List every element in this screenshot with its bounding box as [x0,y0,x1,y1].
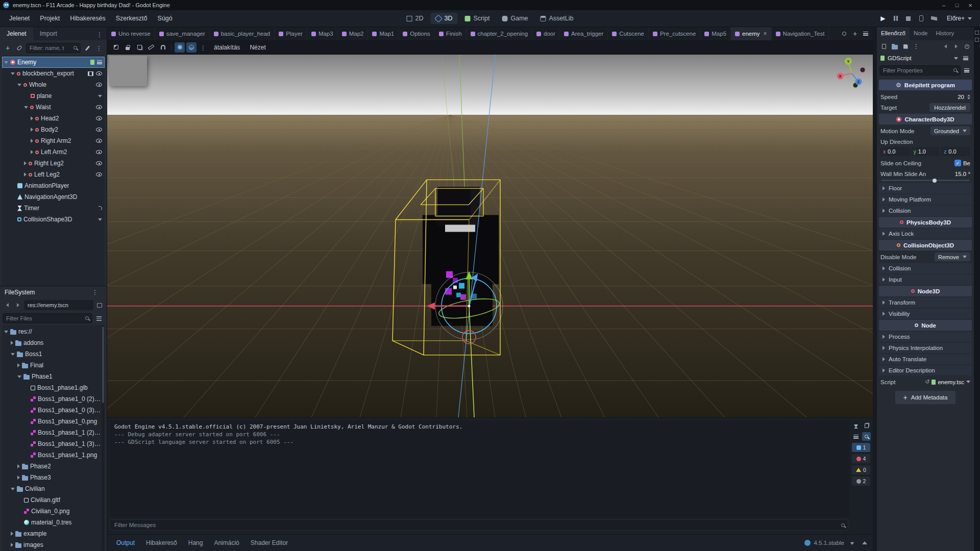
filesystem-item[interactable]: Final [2,360,105,371]
scene-tab[interactable]: door [532,27,560,40]
history-list-button[interactable] [962,42,971,51]
instance-scene-button[interactable] [14,43,24,53]
caret-icon[interactable] [98,95,102,97]
chevron-right-icon[interactable] [31,128,33,132]
expand-panel-button[interactable] [860,539,869,547]
film-icon[interactable] [88,71,93,76]
menu-item[interactable]: Hibakeresés [65,12,110,25]
save-resource-button[interactable] [901,42,910,51]
revert-icon[interactable] [925,379,929,385]
scene-tree-item[interactable]: Head2 [2,113,105,124]
menu-item[interactable]: Szerkesztő [111,12,153,25]
filesystem-item[interactable]: Boss1_phase1_1 (2).png [2,427,105,438]
section-visibility[interactable]: Visibility [879,309,972,319]
transform-menu[interactable]: átalakítás [210,42,244,53]
scene-tree-item[interactable]: plane [2,90,105,102]
scene-tree-item[interactable]: Whole [2,79,105,90]
filesystem-item[interactable]: Civilian [2,483,105,494]
filesystem-item[interactable]: Boss1_phase1_0 (2).png [2,393,105,405]
collapse-duplicates-button[interactable] [851,432,860,441]
filesystem-item[interactable]: Phase2 [2,461,105,472]
assign-button[interactable]: Hozzárendel [929,103,970,112]
movie-mode-button[interactable] [930,14,938,22]
eye-icon[interactable] [96,71,102,76]
dock-layout-toggle-icon[interactable] [975,38,979,42]
property-options-button[interactable] [962,66,971,75]
close-tab-icon[interactable] [764,30,767,37]
fs-filter-input[interactable] [3,313,92,323]
chevron-right-icon[interactable] [31,116,33,120]
dock-layout-toggle-icon[interactable] [975,31,979,35]
scene-tab[interactable]: Map2 [338,27,369,40]
workspace-assetlib[interactable]: AssetLib [535,13,579,24]
vector-y-field[interactable]: y 1.0 [911,147,940,156]
scene-tab[interactable]: basic_player_head [210,27,275,40]
scrollbar[interactable] [102,325,105,551]
wall-min-slide-slider[interactable] [881,180,970,181]
scroll-to-end-button[interactable] [851,421,860,430]
fs-back-button[interactable] [3,300,12,310]
view-menu[interactable]: Nézet [246,42,270,53]
section-process[interactable]: Process [879,332,972,342]
new-scene-button[interactable] [850,29,860,38]
filesystem-item[interactable]: Boss1 [2,348,105,360]
eye-icon[interactable] [96,150,102,154]
tab-shader-editor[interactable]: Shader Editor [246,536,293,550]
chevron-right-icon[interactable] [17,475,20,480]
filesystem-item[interactable]: Boss1_phase1.glb [2,382,105,393]
message-count-toggle[interactable]: 1 [852,443,870,452]
expand-tabs-button[interactable] [840,29,849,38]
menu-item[interactable]: Projekt [35,12,65,25]
load-resource-button[interactable] [890,42,899,51]
environment-toggle-button[interactable] [186,42,197,53]
eye-icon[interactable] [96,128,102,132]
eye-icon[interactable] [96,139,102,143]
vector-z-field[interactable]: z 0.0 [941,147,970,156]
scene-tree-item[interactable]: Right Leg2 [2,158,105,169]
chevron-right-icon[interactable] [11,341,13,345]
tab-output[interactable]: Output [111,536,140,550]
scene-tree-item[interactable]: CollisionShape3D [2,214,105,225]
scene-tab[interactable]: Map3 [307,27,338,40]
filesystem-item[interactable]: addons [2,337,105,348]
workspace-game[interactable]: Game [497,13,533,24]
chevron-right-icon[interactable] [31,150,33,154]
section-floor[interactable]: Floor [879,183,972,193]
fs-forward-button[interactable] [13,300,22,310]
chevron-right-icon[interactable] [24,172,27,177]
scene-tree-item[interactable]: Body2 [2,124,105,135]
scene-tree-item[interactable]: Waist [2,102,105,113]
fs-split-mode-button[interactable] [95,300,104,310]
chevron-down-icon[interactable] [17,84,21,86]
chevron-right-icon[interactable] [17,464,20,468]
resource-extra-button[interactable] [912,42,921,51]
wall-min-slide-value[interactable]: 15.0 ° [955,171,970,177]
scene-tab[interactable]: Map1 [368,27,399,40]
script-icon[interactable] [90,60,94,65]
section-auto-translate[interactable]: Auto Translate [879,354,972,364]
fs-sort-button[interactable] [94,313,104,323]
scene-tree-item[interactable]: Enemy [2,57,105,68]
scene-tree-item[interactable]: NavigationAgent3D [2,191,105,203]
output-filter-input[interactable] [110,519,848,531]
history-forward-button[interactable] [951,42,961,51]
show-search-button[interactable] [862,432,871,441]
chevron-down-icon[interactable] [24,106,28,109]
info-count-toggle[interactable]: 2 [852,477,870,486]
fs-current-path[interactable]: res://enemy.tscn [24,300,93,310]
scene-tree-item[interactable]: Left Arm2 [2,146,105,158]
motion-mode-dropdown[interactable]: Grounded [930,127,970,135]
scene-tree-item[interactable]: Left Leg2 [2,169,105,180]
chevron-down-icon[interactable] [4,61,8,64]
signal-icon[interactable] [97,206,102,211]
chevron-right-icon[interactable] [11,543,13,547]
section-input[interactable]: Input [879,274,972,285]
tab-scene[interactable]: Jelenet [0,27,33,40]
remote-debug-button[interactable] [917,14,925,22]
tab-audio[interactable]: Hang [183,536,208,550]
chevron-right-icon[interactable] [17,363,20,367]
group-selected-button[interactable] [134,42,144,53]
filesystem-item[interactable]: Civilian.gltf [2,494,105,506]
maximize-button[interactable] [950,0,964,10]
chevron-down-icon[interactable] [11,72,15,75]
